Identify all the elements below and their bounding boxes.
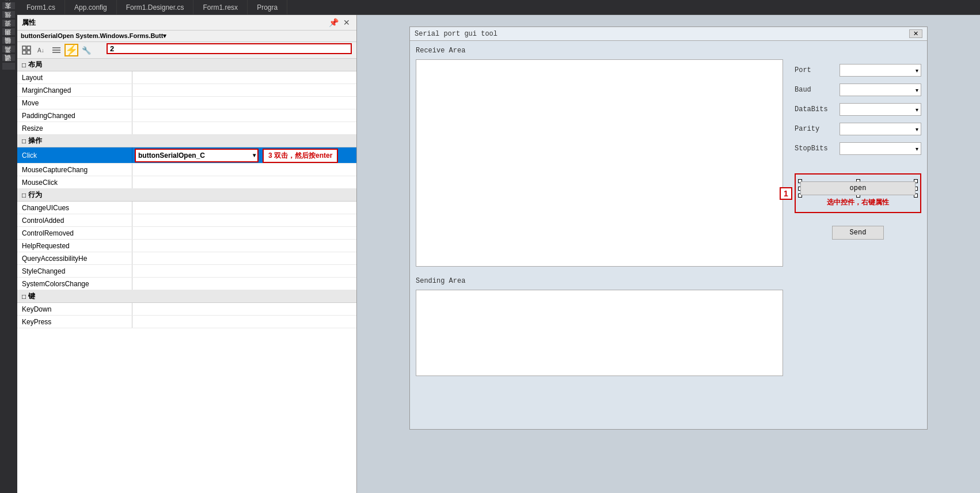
- svg-text:A↓: A↓: [37, 47, 44, 54]
- window-close-button[interactable]: ✕: [909, 29, 922, 38]
- prop-row-queryaccessibility[interactable]: QueryAccessibilityHe: [17, 252, 356, 265]
- prop-row-resize[interactable]: Resize: [17, 122, 356, 135]
- prop-value-queryaccessibility: [132, 252, 356, 264]
- port-row: Port: [795, 64, 921, 77]
- prop-value-mouseclick: [132, 176, 356, 188]
- pin-icon[interactable]: 📌: [327, 17, 340, 28]
- prop-row-controladded[interactable]: ControlAdded: [17, 214, 356, 227]
- prop-name-controladded: ControlAdded: [17, 214, 132, 226]
- sidebar-tab-7[interactable]: 工具箱: [2, 54, 15, 61]
- prop-row-paddingchanged[interactable]: PaddingChanged: [17, 109, 356, 122]
- stopbits-label: StopBits: [795, 145, 835, 153]
- tab-form1designer[interactable]: Form1.Designer.cs: [117, 0, 194, 14]
- sidebar-tab-2[interactable]: 方案: [2, 11, 15, 18]
- prop-value-click[interactable]: buttonSerialOpen_C ▾ 3 双击，然后按enter: [132, 147, 356, 163]
- sidebar-tab-8[interactable]: 调试器: [2, 63, 15, 70]
- sending-area-textbox[interactable]: [416, 290, 783, 376]
- properties-panel: 属性 📌 ✕ buttonSerialOpen System.Windows.F…: [17, 15, 357, 493]
- wrench-button[interactable]: 🔧: [79, 44, 93, 56]
- close-icon[interactable]: ✕: [341, 17, 352, 28]
- prop-value-stylechanged: [132, 265, 356, 277]
- events-button[interactable]: ⚡: [64, 44, 78, 56]
- svg-rect-0: [22, 46, 26, 50]
- properties-header-icons: 📌 ✕: [327, 17, 352, 28]
- properties-table: □ 布局 Layout MarginChanged Move PaddingCh…: [17, 59, 356, 493]
- expand-icon-behavior: □: [22, 191, 26, 199]
- az-sort-button[interactable]: A↓: [35, 44, 48, 56]
- properties-toolbar: A↓ ⚡ 🔧 2: [17, 42, 356, 59]
- expand-icon-actions: □: [22, 137, 26, 145]
- prop-row-keydown[interactable]: KeyDown: [17, 303, 356, 316]
- open-button-wrapper: open: [800, 181, 916, 195]
- prop-value-resize: [132, 122, 356, 134]
- prop-name-queryaccessibility: QueryAccessibilityHe: [17, 252, 132, 264]
- prop-name-marginchanged: MarginChanged: [17, 84, 132, 96]
- prop-name-layout: Layout: [17, 71, 132, 84]
- sidebar-tab-5[interactable]: 调用层: [2, 37, 15, 44]
- prop-name-stylechanged: StyleChanged: [17, 265, 132, 277]
- design-window: Serial port gui tool ✕ Receive Area Send…: [409, 26, 928, 430]
- sidebar-tab-4[interactable]: 资源: [2, 28, 15, 35]
- category-button[interactable]: [50, 44, 63, 56]
- sending-area-label: Sending Area: [416, 277, 783, 285]
- annotation-badge-2: 2: [107, 43, 352, 54]
- prop-name-controlremoved: ControlRemoved: [17, 227, 132, 239]
- receive-area-textbox[interactable]: [416, 59, 783, 267]
- prop-row-keypress[interactable]: KeyPress: [17, 316, 356, 328]
- prop-name-systemcolors: SystemColorsChange: [17, 278, 132, 290]
- stopbits-dropdown[interactable]: [840, 142, 921, 155]
- baud-dropdown[interactable]: [840, 84, 921, 96]
- prop-row-marginchanged[interactable]: MarginChanged: [17, 84, 356, 97]
- sidebar-tab-1[interactable]: 解: [2, 2, 15, 9]
- tab-bar: Form1.cs App.config Form1.Designer.cs Fo…: [17, 0, 980, 15]
- prop-row-mousecapture[interactable]: MouseCaptureChang: [17, 164, 356, 176]
- grid-view-button[interactable]: [20, 44, 33, 56]
- send-button-row: Send: [795, 226, 921, 240]
- window-title: Serial port gui tool: [415, 30, 497, 38]
- send-button[interactable]: Send: [832, 226, 884, 240]
- tab-progra[interactable]: Progra: [248, 0, 287, 14]
- prop-value-controladded: [132, 214, 356, 226]
- prop-row-layout[interactable]: Layout: [17, 71, 356, 84]
- databits-label: DataBits: [795, 105, 835, 113]
- prop-name-mouseclick: MouseClick: [17, 176, 132, 188]
- baud-label: Baud: [795, 86, 835, 94]
- open-button[interactable]: open: [800, 181, 916, 195]
- tab-appconfig[interactable]: App.config: [65, 0, 117, 14]
- prop-value-changeuicues: [132, 202, 356, 214]
- prop-row-systemcolors[interactable]: SystemColorsChange: [17, 278, 356, 290]
- parity-dropdown[interactable]: [840, 123, 921, 135]
- prop-row-mouseclick[interactable]: MouseClick: [17, 176, 356, 189]
- properties-header: 属性 📌 ✕: [17, 15, 356, 31]
- prop-row-move[interactable]: Move: [17, 97, 356, 109]
- section-keys: □ 键: [17, 290, 356, 303]
- prop-value-mousecapture: [132, 164, 356, 176]
- sidebar-tab-6[interactable]: 编辑器: [2, 45, 15, 52]
- prop-row-stylechanged[interactable]: StyleChanged: [17, 265, 356, 278]
- receive-area-block: Receive Area Sending Area: [416, 47, 783, 376]
- click-value-box[interactable]: buttonSerialOpen_C ▾ 3 双击，然后按enter: [135, 149, 259, 162]
- properties-title: 属性: [22, 18, 36, 26]
- prop-name-changeuicues: ChangeUICues: [17, 202, 132, 214]
- designer-area: Serial port gui tool ✕ Receive Area Send…: [357, 15, 980, 493]
- main-content: Form1.cs App.config Form1.Designer.cs Fo…: [17, 0, 980, 493]
- prop-row-changeuicues[interactable]: ChangeUICues: [17, 202, 356, 214]
- svg-rect-2: [22, 51, 26, 54]
- baud-row: Baud: [795, 84, 921, 96]
- port-dropdown[interactable]: [840, 64, 921, 77]
- prop-row-helprequested[interactable]: HelpRequested: [17, 240, 356, 252]
- prop-value-systemcolors: [132, 278, 356, 290]
- vertical-sidebar: 解 方案 属性 资源 调用层 编辑器 工具箱 调试器: [0, 0, 17, 493]
- sidebar-tab-3[interactable]: 属性: [2, 20, 15, 26]
- tab-form1resx[interactable]: Form1.resx: [193, 0, 248, 14]
- prop-value-move: [132, 97, 356, 109]
- prop-value-keypress: [132, 316, 356, 328]
- prop-row-controlremoved[interactable]: ControlRemoved: [17, 227, 356, 240]
- prop-name-keypress: KeyPress: [17, 316, 132, 328]
- dropdown-arrow-icon[interactable]: ▾: [253, 152, 256, 158]
- databits-dropdown[interactable]: [840, 103, 921, 116]
- parity-row: Parity: [795, 123, 921, 135]
- prop-row-click[interactable]: Click buttonSerialOpen_C ▾ 3 双击，然后按enter: [17, 147, 356, 164]
- design-window-body: Receive Area Sending Area Port: [410, 41, 927, 382]
- tab-form1cs[interactable]: Form1.cs: [17, 0, 65, 14]
